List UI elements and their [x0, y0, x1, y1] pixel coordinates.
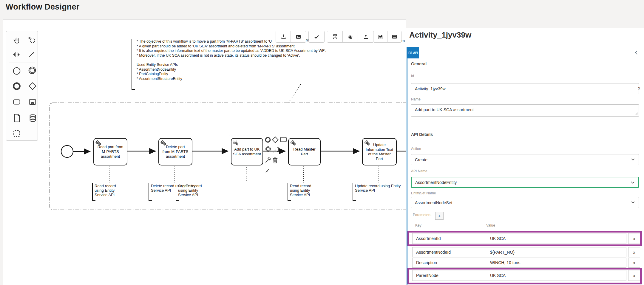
annotation-bracket: [132, 39, 135, 90]
clipped-text-fragment: ra: [401, 39, 405, 43]
append-end-event-icon[interactable]: [265, 137, 271, 143]
service-task-gear-icon: [95, 140, 101, 146]
create-start-event[interactable]: [11, 65, 22, 77]
parameter-row[interactable]: AssortmentNodeId ${PART_NO}: [412, 247, 626, 257]
debug-bug-icon: [347, 34, 353, 40]
note-read-record[interactable]: Read record using Entity Service API: [95, 184, 116, 197]
create-subprocess[interactable]: [27, 96, 38, 108]
parameters-label: Parameters: [413, 213, 431, 217]
service-task-gear-icon: [290, 140, 296, 146]
name-textarea[interactable]: Add part to UK SCA assortment: [411, 104, 639, 117]
remove-parameter-button[interactable]: x: [628, 233, 640, 244]
value-column-header: Value: [486, 223, 495, 227]
api-name-select[interactable]: AssortmentNodeEntity: [411, 177, 639, 188]
section-api-details: API Details: [411, 132, 433, 137]
remove-parameter-button[interactable]: x: [628, 247, 640, 257]
action-label: Action: [411, 147, 421, 151]
create-data-object[interactable]: [11, 112, 23, 124]
tab-ifs-api[interactable]: IFS API: [407, 47, 419, 58]
wrench-change-type-icon[interactable]: [265, 157, 271, 163]
name-label: Name: [411, 97, 421, 101]
entityset-name-label: EntitySet Name: [411, 191, 436, 195]
create-data-store[interactable]: [27, 112, 38, 124]
association-lines: [109, 84, 379, 182]
append-intermediate-event-icon[interactable]: [265, 146, 271, 152]
global-connect-tool[interactable]: [26, 49, 37, 60]
form-properties-button[interactable]: [387, 31, 401, 43]
chevron-down-icon: [631, 181, 634, 184]
append-gateway-icon[interactable]: [271, 136, 279, 144]
entityset-name-select[interactable]: AssortmentNodeSet: [411, 197, 639, 208]
deploy-upload-icon: [363, 34, 369, 40]
add-parameter-button[interactable]: +: [435, 212, 444, 220]
resize-handle-icon[interactable]: [635, 112, 638, 115]
deploy-button[interactable]: [358, 31, 374, 43]
append-text-annotation-icon[interactable]: [272, 146, 280, 154]
note-read-record-2[interactable]: Read record using Entity Service API: [290, 184, 311, 197]
task-delete-part[interactable]: Delete part from M-PARTS assortment: [158, 138, 192, 165]
api-name-label: API Name: [411, 169, 427, 173]
create-group-tool[interactable]: [11, 128, 22, 139]
service-task-gear-icon: [160, 140, 166, 146]
chevron-down-icon: [631, 201, 635, 204]
id-label: Id: [411, 74, 414, 78]
remove-parameter-button[interactable]: x: [628, 258, 640, 268]
create-intermediate-event[interactable]: [27, 65, 38, 76]
parameter-row[interactable]: Description WINCH, 10 tons: [412, 258, 626, 268]
validate-check-icon: [313, 34, 320, 40]
remove-parameter-button[interactable]: x: [628, 270, 640, 281]
key-column-header: Key: [415, 223, 421, 227]
collapse-panel-chevron-icon[interactable]: [635, 50, 640, 55]
space-tool[interactable]: [11, 49, 22, 60]
action-select[interactable]: Create: [411, 154, 639, 165]
form-properties-icon: [391, 34, 398, 40]
append-task-icon[interactable]: [280, 137, 287, 142]
workflow-objective-note[interactable]: * The objective of this workflow is to m…: [137, 39, 351, 81]
trash-delete-icon[interactable]: [272, 157, 278, 164]
service-task-gear-icon: [364, 140, 370, 146]
image-export-icon: [295, 34, 302, 40]
hand-tool[interactable]: [11, 34, 22, 46]
create-end-event[interactable]: [11, 80, 22, 92]
panel-title: Activity_1jyv39w: [409, 30, 471, 40]
page-title: Workflow Designer: [6, 2, 79, 12]
chevron-down-icon: [631, 158, 635, 161]
create-gateway[interactable]: [27, 80, 38, 92]
distribute-elements-icon: [332, 34, 338, 40]
id-input[interactable]: [411, 83, 639, 94]
task-read-part[interactable]: Read part from M-PARTS assortment: [93, 138, 127, 165]
palette: [6, 31, 38, 141]
save-button[interactable]: [373, 31, 388, 43]
lasso-tool[interactable]: [26, 34, 37, 46]
note-update-record[interactable]: Update record using Entity Service API: [355, 184, 401, 193]
parameter-row[interactable]: ParentNode UK SCA: [412, 270, 626, 281]
properties-panel: Activity_1jyv39w IFS API General Id x Na…: [406, 28, 644, 285]
section-general: General: [411, 61, 427, 66]
connect-tool-icon[interactable]: [264, 167, 271, 174]
task-update-info-text[interactable]: Update Information Text of the Master Pa…: [362, 138, 397, 165]
save-icon: [377, 34, 384, 40]
note-create-record[interactable]: Create record using Entity Service API: [178, 184, 202, 197]
selection-outline: [229, 136, 264, 167]
download-icon: [280, 34, 287, 40]
panel-accent-line: [407, 58, 407, 285]
clear-id-icon[interactable]: x: [638, 86, 640, 90]
task-read-master-part[interactable]: Read Master Part: [288, 138, 321, 165]
create-task[interactable]: [11, 96, 22, 108]
parameter-row[interactable]: AssortmentId UK SCA: [412, 233, 626, 244]
start-event-shape: [61, 145, 73, 157]
bpmn-canvas[interactable]: nt. se ra A * The objective of this work…: [3, 19, 406, 285]
